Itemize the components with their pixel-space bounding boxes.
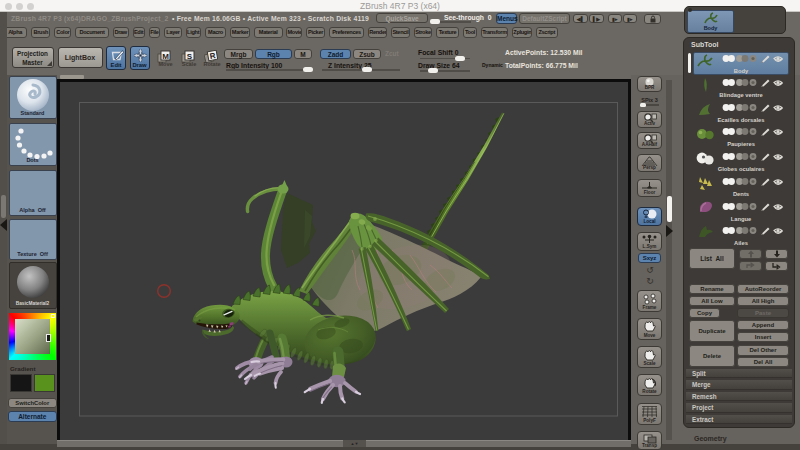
svg-text:S: S [186, 52, 192, 61]
svg-text:M: M [162, 52, 169, 61]
